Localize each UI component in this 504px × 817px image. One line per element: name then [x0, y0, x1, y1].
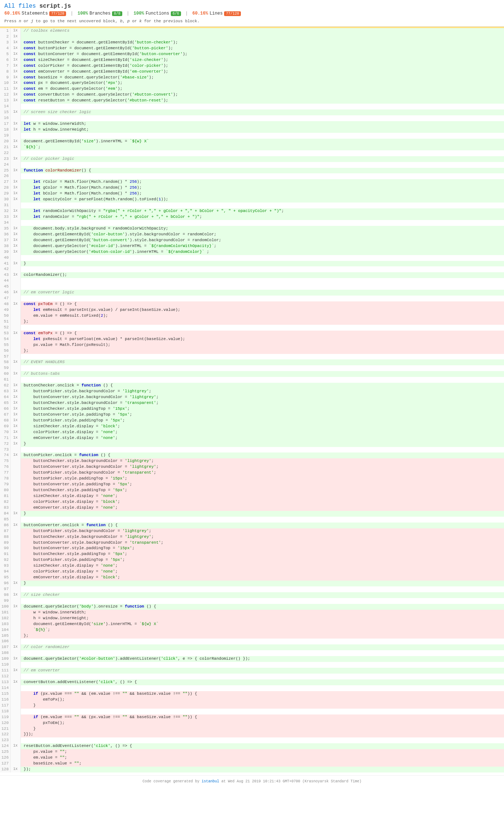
- filename: script.js: [39, 3, 71, 9]
- table-row: 124 1x resetButton.addEventListener('cli…: [0, 743, 504, 749]
- table-row: 118: [0, 709, 504, 714]
- table-row: 98 1x // size checker: [0, 592, 504, 598]
- table-row: 28 1x let gColor = Math.floor(Math.rando…: [0, 185, 504, 191]
- table-row: 121 }: [0, 726, 504, 732]
- table-row: 111 1x // em converter: [0, 668, 504, 674]
- stats-row: 60.16% Statements 77/128 | 100% Branches…: [4, 11, 500, 16]
- stat-statements: 60.16% Statements 77/128: [4, 11, 66, 16]
- table-row: 41 1x }: [0, 261, 504, 267]
- table-row: 34: [0, 220, 504, 226]
- table-row: 94 colorPicker.style.display = 'none';: [0, 569, 504, 575]
- branches-badge: 8/8: [112, 11, 122, 16]
- table-row: 58 1x // EVENT HANDLERS: [0, 359, 504, 365]
- table-row: 22: [0, 150, 504, 156]
- stat-branches: 100% Branches 8/8: [77, 11, 122, 16]
- table-row: 83 emConverter.style.display = 'none';: [0, 505, 504, 511]
- table-row: 8 1x const emConverter = document.getEle…: [0, 69, 504, 75]
- table-row: 97: [0, 586, 504, 592]
- table-row: 20 1x document.getElementById('size').in…: [0, 139, 504, 144]
- table-row: 7 1x const colorPicker = document.getEle…: [0, 63, 504, 69]
- table-row: 64 1x buttonConverter.style.backgroundCo…: [0, 394, 504, 400]
- table-row: 106: [0, 639, 504, 644]
- table-row: 125 px.value = "";: [0, 749, 504, 755]
- table-row: 12 1x const convertButton = document.que…: [0, 92, 504, 98]
- istanbul-link[interactable]: istanbul: [201, 779, 219, 783]
- table-row: 104 `${h}`;: [0, 627, 504, 633]
- table-row: 114: [0, 685, 504, 691]
- table-row: 99: [0, 598, 504, 604]
- table-row: 26: [0, 173, 504, 179]
- table-row: 10 1x const px = document.querySelector(…: [0, 80, 504, 86]
- table-row: 17 1x let w = window.innerWidth;: [0, 121, 504, 127]
- table-row: 21 1x `${h}`;: [0, 144, 504, 150]
- breadcrumb-link[interactable]: All files: [4, 3, 36, 9]
- table-row: 61: [0, 377, 504, 383]
- table-row: 89 buttonConverter.style.backgroundColor…: [0, 540, 504, 546]
- lines-badge: 77/128: [224, 11, 241, 16]
- functions-pct: 100%: [134, 11, 144, 16]
- table-row: 3 1x const buttonChecker = document.getE…: [0, 40, 504, 46]
- table-row: 85: [0, 517, 504, 523]
- table-row: 87 buttonPicker.style.backgroundColor = …: [0, 528, 504, 534]
- table-row: 79 buttonConverter.style.paddingTop = '5…: [0, 482, 504, 487]
- table-row: 53 1x const emToPx = () => {: [0, 331, 504, 336]
- table-row: 15 1x // screen size checker logic: [0, 109, 504, 115]
- table-row: 33 1x let randomColor = "rgb(" + rColor …: [0, 214, 504, 220]
- table-row: 68 1x buttonPicker.style.paddingTop = '5…: [0, 418, 504, 424]
- table-row: 47: [0, 296, 504, 301]
- table-row: 112: [0, 674, 504, 679]
- page-header: All files script.js 60.16% Statements 77…: [0, 0, 504, 27]
- table-row: 102 h = window.innerHeight;: [0, 616, 504, 621]
- table-row: 14: [0, 104, 504, 109]
- table-row: 57: [0, 354, 504, 360]
- branches-pct: 100%: [77, 11, 88, 16]
- table-row: 113 1x convertButton.addEventListener('c…: [0, 679, 504, 685]
- table-row: 92 buttonPicker.style.paddingTop = '5px'…: [0, 557, 504, 563]
- table-row: 115 if (px.value === "" && (em.value !==…: [0, 691, 504, 697]
- table-row: 11 1x const em = document.querySelector(…: [0, 86, 504, 92]
- code-table: 1 1x // toolbox elements 2 1x 3 1x const…: [0, 28, 504, 772]
- table-row: 101 w = window.innerWidth;: [0, 610, 504, 616]
- table-row: 38 1x document.querySelector('#color-id'…: [0, 243, 504, 249]
- table-row: 1 1x // toolbox elements: [0, 28, 504, 34]
- table-row: 49 let emResult = parseInt(px.value) / p…: [0, 307, 504, 313]
- table-row: 40: [0, 255, 504, 261]
- table-row: 76 buttonConverter.style.backgroundColor…: [0, 464, 504, 470]
- page-title: All files script.js: [4, 3, 500, 9]
- table-row: 96 1x }: [0, 581, 504, 586]
- table-row: 18 1x let h = window.innerHeight;: [0, 127, 504, 133]
- table-row: 43 1x colorRandomizer();: [0, 272, 504, 278]
- statements-badge: 77/128: [49, 11, 66, 16]
- table-row: 117 }: [0, 703, 504, 709]
- table-row: 72 1x }: [0, 441, 504, 447]
- table-row: 120 pxToEm();: [0, 720, 504, 726]
- table-row: 70 1x colorPicker.style.display = 'none'…: [0, 429, 504, 435]
- table-row: 46 1x // em converter logic: [0, 290, 504, 296]
- table-row: 6 1x const sizeChecker = document.getEle…: [0, 57, 504, 63]
- table-row: 50 em.value = emResult.toFixed(2);: [0, 313, 504, 319]
- functions-badge: 6/6: [171, 11, 181, 16]
- table-row: 123: [0, 737, 504, 743]
- table-row: 71 1x emConverter.style.display = 'none'…: [0, 435, 504, 441]
- table-row: 90 buttonConverter.style.paddingTop = '1…: [0, 546, 504, 551]
- table-row: 30 1x let opacityColor = parseFloat(Math…: [0, 197, 504, 203]
- footer-timestamp: at Wed Aug 21 2019 10:21:43 GMT+0700 (Kr…: [222, 779, 362, 783]
- table-row: 119 if (em.value === "" && (px.value !==…: [0, 714, 504, 720]
- table-row: 25 1x function colorRandomizer() {: [0, 168, 504, 174]
- lines-pct: 60.16%: [192, 11, 208, 16]
- table-row: 63 1x buttonPicker.style.backgroundColor…: [0, 389, 504, 394]
- table-row: 93 sizeChecker.style.display = 'none';: [0, 563, 504, 569]
- table-row: 35 1x document.body.style.background = r…: [0, 226, 504, 232]
- table-row: 67 1x buttonConverter.style.paddingTop =…: [0, 412, 504, 418]
- table-row: 100 1x document.querySelector('body').on…: [0, 604, 504, 610]
- table-row: 5 1x const buttonConverter = document.ge…: [0, 51, 504, 57]
- table-row: 37 1x document.getElementById('button-co…: [0, 238, 504, 243]
- table-row: 78 buttonPicker.style.paddingTop = '15px…: [0, 476, 504, 482]
- table-row: 128 1x });: [0, 767, 504, 772]
- table-row: 16: [0, 115, 504, 121]
- table-row: 122 }});: [0, 732, 504, 737]
- page-footer: Code coverage generated by istanbul at W…: [0, 775, 504, 787]
- table-row: 45: [0, 284, 504, 290]
- table-row: 103 document.getElementById('size').inne…: [0, 621, 504, 627]
- table-row: 107 1x // color randomizer: [0, 644, 504, 650]
